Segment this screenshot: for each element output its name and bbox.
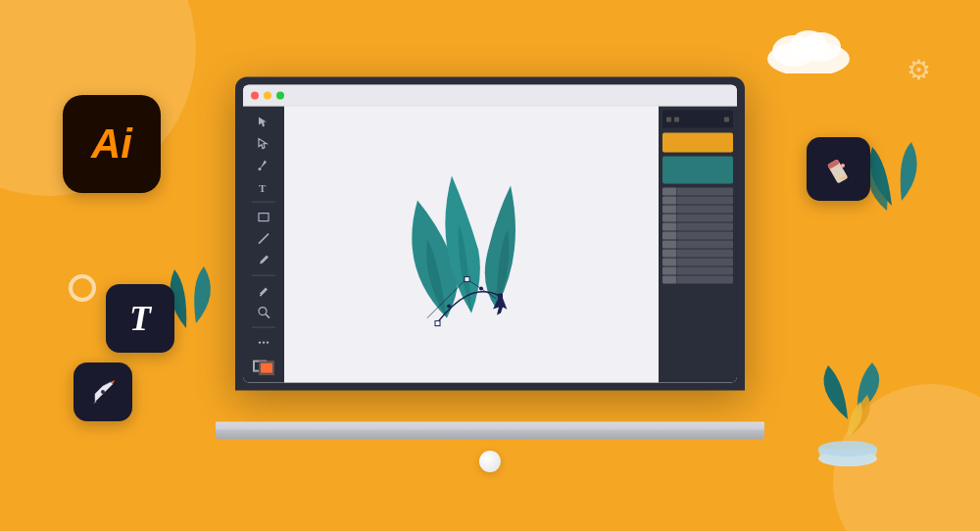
tool-rectangle[interactable] [251, 209, 276, 225]
tool-more[interactable] [251, 335, 276, 352]
screen-content: T [243, 107, 737, 383]
ai-app-icon[interactable]: Ai [63, 95, 161, 193]
right-panel [659, 107, 737, 383]
svg-point-16 [259, 308, 267, 315]
bottom-sphere [479, 451, 501, 472]
tool-brush[interactable] [251, 252, 276, 268]
canvas-area[interactable] [284, 107, 659, 383]
ai-icon-text: Ai [91, 121, 132, 168]
laptop-wrapper: T [216, 77, 764, 440]
svg-text:T: T [259, 181, 267, 193]
svg-rect-24 [465, 277, 469, 282]
svg-point-26 [447, 305, 451, 309]
tool-pen[interactable] [251, 157, 276, 173]
pen-icon-svg [87, 376, 119, 408]
ring-decoration [69, 274, 96, 302]
svg-point-3 [791, 30, 826, 58]
tool-select[interactable] [251, 115, 276, 131]
svg-rect-13 [259, 214, 269, 221]
panel-rows [662, 188, 733, 284]
toolbar: T [243, 107, 284, 383]
type-icon-text: T [129, 298, 151, 339]
panel-header [662, 111, 733, 128]
svg-point-27 [479, 287, 483, 291]
panel-color-orange[interactable] [662, 133, 733, 153]
pen-app-icon-left[interactable] [74, 362, 132, 421]
svg-point-20 [267, 342, 269, 344]
cloud-decoration [764, 20, 853, 77]
laptop-screen: T [243, 85, 737, 383]
laptop-screen-bezel: T [235, 77, 745, 391]
tool-eraser[interactable] [251, 282, 276, 299]
tool-direct-select[interactable] [251, 135, 276, 152]
tool-type[interactable]: T [251, 178, 276, 195]
svg-point-6 [101, 390, 105, 394]
svg-point-11 [259, 168, 262, 170]
svg-point-5 [818, 441, 877, 457]
svg-line-17 [266, 314, 270, 318]
panel-color-teal[interactable] [662, 157, 733, 184]
svg-point-18 [259, 342, 261, 344]
tool-zoom[interactable] [251, 304, 276, 320]
titlebar-dot-yellow[interactable] [264, 91, 271, 99]
tool-line[interactable] [251, 230, 276, 247]
svg-line-14 [259, 233, 269, 243]
pencil-app-icon-right[interactable] [807, 137, 870, 201]
color-boxes[interactable] [253, 360, 274, 374]
laptop-foot [216, 430, 764, 440]
svg-point-10 [841, 164, 845, 168]
type-app-icon[interactable]: T [106, 284, 174, 353]
svg-rect-23 [435, 321, 440, 326]
svg-point-19 [263, 342, 265, 344]
gear-icon: ⚙ [906, 54, 931, 86]
deco-bowl-right [794, 361, 902, 472]
leaf-logo-svg [368, 142, 574, 348]
titlebar-dot-red[interactable] [251, 91, 259, 99]
titlebar [243, 85, 737, 107]
pencil-icon-svg [821, 152, 857, 187]
titlebar-dot-green[interactable] [276, 91, 284, 99]
